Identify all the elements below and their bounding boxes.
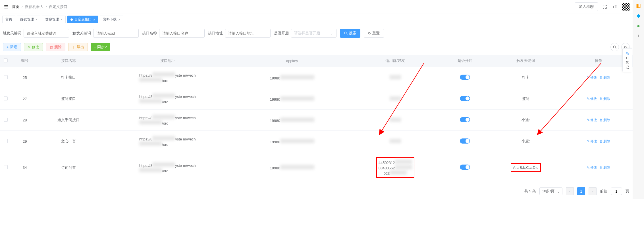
fullscreen-icon[interactable] <box>601 3 608 10</box>
breadcrumb: 首页 / 微信机器人 / 自定义接口 <box>12 4 67 9</box>
enable-switch[interactable] <box>460 117 470 122</box>
sidebar-app-icon-3[interactable]: ● <box>635 23 642 29</box>
cell-ops: ✎修改🗑删除 <box>565 110 633 131</box>
action-bar: +新增 ✎修改 🗑删除 ⭳导出 +同步? ⟳ <box>0 41 633 55</box>
tab-item[interactable]: 首页 <box>2 16 15 23</box>
edit-button[interactable]: ✎修改 <box>24 43 43 51</box>
page-size-select[interactable]: 10条/页 ⌄ <box>539 187 562 195</box>
cell-enabled <box>443 67 487 88</box>
topbar: 首页 / 微信机器人 / 自定义接口 加入群聊 TT <box>0 0 633 14</box>
enable-switch[interactable] <box>460 138 470 144</box>
sidebar-app-icon-2[interactable]: ◆ <box>635 12 642 19</box>
note-icon: ✎ <box>624 51 631 56</box>
download-icon: ⭳ <box>72 45 76 49</box>
cell-name: 文心一言 <box>38 131 99 152</box>
enable-switch[interactable] <box>460 75 470 80</box>
next-page-button[interactable]: › <box>589 187 597 195</box>
row-checkbox[interactable] <box>4 96 8 100</box>
chevron-down-icon: ⌄ <box>557 189 560 193</box>
reset-button[interactable]: ⟳ 重置 <box>364 29 384 38</box>
pagination: 共 5 条 10条/页 ⌄ ‹ 1 › 前往 页 <box>0 183 633 199</box>
enable-switch[interactable] <box>460 96 470 101</box>
api-name-input[interactable] <box>159 29 205 38</box>
qr-code-icon[interactable] <box>622 3 630 11</box>
active-dot-icon <box>70 18 73 21</box>
svg-point-3 <box>344 32 347 34</box>
cell-target <box>347 131 443 152</box>
close-icon[interactable]: × <box>36 18 37 21</box>
col-url: 接口地址 <box>99 55 237 67</box>
search-toggle-button[interactable] <box>610 43 619 51</box>
prev-page-button[interactable]: ‹ <box>566 187 574 195</box>
tabs-bar: 首页好友管理×群聊管理×自定义接口×资料下载× <box>0 14 633 25</box>
close-icon[interactable]: × <box>61 18 62 21</box>
row-delete-link[interactable]: 🗑删除 <box>599 118 610 123</box>
tab-label: 自定义接口 <box>74 17 92 22</box>
breadcrumb-l1[interactable]: 微信机器人 <box>25 4 43 9</box>
field-label: 接口地址 <box>208 31 223 36</box>
row-edit-link[interactable]: ✎修改 <box>587 96 597 101</box>
search-button[interactable]: 搜索 <box>340 29 360 38</box>
row-edit-link[interactable]: ✎修改 <box>587 139 597 144</box>
delete-button[interactable]: 🗑删除 <box>46 43 65 51</box>
sidebar-add-icon[interactable]: + <box>635 33 642 39</box>
chevron-down-icon: ⌄ <box>330 31 333 35</box>
cell-name: 签到接口 <box>38 88 99 110</box>
breadcrumb-l2: 自定义接口 <box>49 4 67 9</box>
join-group-button[interactable]: 加入群聊 <box>575 2 598 11</box>
table-row: 27签到接口https://8yste m/wech/ord19980签到✎修改… <box>0 88 633 110</box>
sync-button[interactable]: +同步? <box>91 43 110 51</box>
cell-name: 打卡接口 <box>38 67 99 88</box>
cell-id: 29 <box>11 131 38 152</box>
menu-toggle-icon[interactable] <box>3 3 10 10</box>
notes-widget[interactable]: ✎ C 笔 记 <box>622 48 632 72</box>
enabled-select[interactable]: 请选择是否开启 ⌄ <box>291 29 336 38</box>
goto-page-input[interactable] <box>611 188 622 195</box>
cell-url: https://8yste m/wech/ord <box>99 131 237 152</box>
trash-icon: 🗑 <box>599 166 603 170</box>
sidebar-app-icon-1[interactable]: ◧ <box>635 2 642 9</box>
row-checkbox[interactable] <box>4 75 8 79</box>
tab-item[interactable]: 群聊管理× <box>42 16 65 23</box>
col-keyword: 触发关键词 <box>487 55 565 67</box>
tab-item[interactable]: 资料下载× <box>100 16 123 23</box>
row-edit-link[interactable]: ✎修改 <box>587 165 597 170</box>
col-target: 适用群/好友 <box>347 55 443 67</box>
tab-item[interactable]: 好友管理× <box>17 16 40 23</box>
row-checkbox[interactable] <box>4 139 8 143</box>
row-edit-link[interactable]: ✎修改 <box>587 75 597 80</box>
page-unit: 页 <box>626 189 629 194</box>
page-number-button[interactable]: 1 <box>577 187 585 195</box>
pencil-icon: ✎ <box>587 75 590 79</box>
cell-id: 25 <box>11 67 38 88</box>
font-size-icon[interactable]: TT <box>612 3 618 10</box>
breadcrumb-home[interactable]: 首页 <box>12 4 19 9</box>
export-button[interactable]: ⭳导出 <box>68 43 88 51</box>
close-icon[interactable]: × <box>93 18 95 21</box>
api-url-input[interactable] <box>225 29 271 38</box>
tab-item[interactable]: 自定义接口× <box>67 16 98 23</box>
total-count: 共 5 条 <box>524 189 536 194</box>
select-all-checkbox[interactable] <box>4 58 8 62</box>
add-button[interactable]: +新增 <box>3 43 21 51</box>
keyword-input[interactable] <box>24 29 69 38</box>
close-icon[interactable]: × <box>118 18 120 21</box>
wxid-input[interactable] <box>93 29 139 38</box>
table-row: 34诗词问答https://8yste m/wech/ord1998044502… <box>0 152 633 183</box>
row-checkbox[interactable] <box>4 118 8 122</box>
row-delete-link[interactable]: 🗑删除 <box>599 96 610 101</box>
trash-icon: 🗑 <box>599 75 603 79</box>
row-edit-link[interactable]: ✎修改 <box>587 118 597 123</box>
row-checkbox[interactable] <box>4 165 8 169</box>
cell-appkey: 19980 <box>237 152 347 183</box>
table-row: 28通义千问接口https://8yste m/wech/ord19980小通:… <box>0 110 633 131</box>
enable-switch[interactable] <box>460 165 470 170</box>
row-delete-link[interactable]: 🗑删除 <box>599 165 610 170</box>
row-delete-link[interactable]: 🗑删除 <box>599 75 610 80</box>
pencil-icon: ✎ <box>587 139 590 143</box>
trash-icon: 🗑 <box>49 45 53 49</box>
cell-name: 诗词问答 <box>38 152 99 183</box>
search-bar: 触发关键词 触发关键词 接口名称 接口地址 是否开启 请选择是否开启 ⌄ <box>0 25 633 41</box>
cell-enabled <box>443 88 487 110</box>
row-delete-link[interactable]: 🗑删除 <box>599 139 610 144</box>
